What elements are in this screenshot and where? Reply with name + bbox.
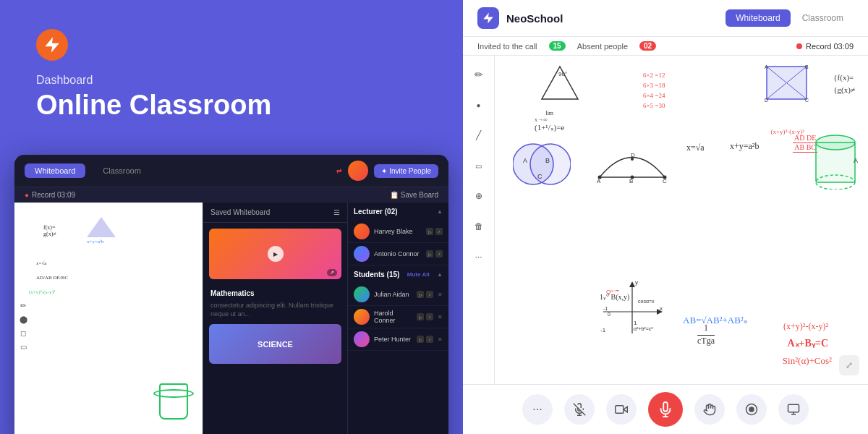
antonio-icons: ▷ ♪: [426, 250, 443, 258]
saved-whiteboard-header: Saved Whiteboard ☰: [203, 203, 347, 223]
julian-video-icon: ▷: [417, 291, 424, 298]
harvey-mic-icon: ♪: [435, 228, 443, 235]
select-tool[interactable]: ⊕: [469, 186, 489, 206]
square-expand-formula: (x+y)²-(x-y)²: [771, 128, 804, 135]
dashboard-label: Dashboard: [36, 74, 427, 87]
antonio-mic-icon: ♪: [435, 250, 443, 258]
mute-button[interactable]: [564, 394, 595, 425]
delete-tool[interactable]: 🗑: [469, 216, 489, 237]
harold-avatar: [354, 309, 370, 325]
mock-rect-icon[interactable]: ▭: [17, 341, 29, 352]
coordinate-system: -1 1 x y -1 0 cosα=x α²+b²=c² Qⁿ⁻ᵐ: [596, 276, 668, 341]
logo-icon: [36, 29, 68, 61]
participant-harold: Harold Conner ▷ ♪ ✕: [348, 306, 448, 328]
invited-count-badge: 15: [549, 41, 566, 51]
square-formula-bottom: (x+y)²-(x-y)²: [783, 321, 828, 332]
neo-whiteboard-canvas[interactable]: 90° 6×2 =12 6×3 =18 6×4 =24 6×5 =30 A B …: [495, 56, 868, 384]
science-thumbnail[interactable]: SCIENCE: [209, 324, 341, 364]
mock-topbar: Whiteboard Classroom ⇄ ✦ Invite People: [14, 155, 448, 187]
mock-left-toolbar: ✏ ⬤ ◻ ▭: [14, 297, 32, 355]
line-tool[interactable]: ╱: [469, 125, 489, 145]
peter-video-icon: ▷: [417, 336, 424, 343]
participant-julian: Julian Aidan ▷ ♪ ✕: [348, 284, 448, 306]
more-tools[interactable]: ···: [469, 247, 489, 267]
svg-text:-1: -1: [600, 327, 606, 333]
absent-label: Absent people: [577, 42, 628, 51]
mock-record-bar: ●Record 03:09 📋 Save Board: [14, 187, 448, 203]
mock-circle-icon[interactable]: ⬤: [17, 313, 29, 325]
harvey-icons: ▷ ♪: [426, 228, 443, 235]
svg-point-24: [816, 135, 855, 150]
neo-bottom-toolbar: ···: [463, 384, 868, 434]
svg-rect-43: [616, 406, 624, 414]
svg-text:C: C: [663, 178, 667, 184]
venn-diagram: A B C: [513, 135, 571, 190]
neo-left-toolbar: ✏ ● ╱ ▭ ⊕ 🗑 ···: [463, 56, 495, 384]
rect-tool[interactable]: ▭: [469, 156, 489, 176]
linear-formula: Aₓ+Bᵧ=C: [787, 337, 828, 349]
svg-point-22: [631, 158, 634, 161]
neo-tabs: Whiteboard Classroom: [726, 9, 854, 27]
mock-whiteboard-preview: ✏ ⬤ ◻ ▭ f(x)= g(x)≠ x+y=a²b x=√a AD/AB D…: [14, 203, 203, 434]
record-time: Record 03:09: [806, 42, 854, 51]
neo-app-title: NeoSchool: [506, 12, 563, 25]
peter-avatar: [354, 331, 370, 347]
more-options-button[interactable]: ···: [522, 394, 553, 425]
svg-text:x: x: [660, 305, 663, 312]
hand-raise-button[interactable]: [694, 394, 725, 425]
xy-formula: x+y=a²b: [730, 141, 759, 152]
participant-harvey: Harvey Blake ▷ ♪: [348, 221, 448, 243]
julian-mic-icon: ♪: [426, 291, 433, 298]
julian-icons: ▷ ♪: [417, 291, 433, 298]
harold-remove-icon[interactable]: ✕: [438, 314, 443, 320]
screen-share-button[interactable]: [778, 394, 809, 425]
function-notation: {f(x)= {g(x)≠: [833, 72, 855, 96]
svg-text:D: D: [765, 98, 768, 103]
peter-icons: ▷ ♪: [417, 336, 433, 343]
mute-all-button[interactable]: Mute All: [407, 271, 430, 278]
svg-text:cosα=x: cosα=x: [638, 299, 655, 304]
harold-name: Harold Conner: [374, 310, 412, 324]
harvey-video-icon: ▷: [426, 228, 433, 235]
math-desc: consectetur adipiscing elit. Nullam tris…: [203, 302, 347, 318]
sqrt-formula: x=√a: [686, 142, 705, 153]
cylinder-shape: A: [810, 128, 861, 190]
harvey-name: Harvey Blake: [374, 228, 422, 235]
mock-participants-panel: Lecturer (02) ▲ Harvey Blake ▷ ♪ Antonio…: [347, 203, 448, 434]
nm-formula: 1ᵧ° B(x,y): [600, 293, 629, 301]
absent-count-badge: 02: [639, 41, 656, 51]
peter-remove-icon[interactable]: ✕: [438, 336, 443, 343]
mock-erase-icon[interactable]: ◻: [17, 327, 29, 339]
expand-button[interactable]: ⤢: [839, 355, 859, 375]
neo-tab-whiteboard[interactable]: Whiteboard: [726, 9, 790, 27]
svg-text:C: C: [537, 173, 542, 180]
antonio-avatar: [354, 246, 370, 262]
mock-sidebar: Saved Whiteboard ☰ ▶ ↗ Mathematics conse…: [203, 203, 347, 434]
play-button-icon[interactable]: ▶: [268, 246, 284, 262]
record-info: Record 03:09: [796, 42, 854, 51]
harvey-avatar: [354, 224, 370, 239]
neo-info-bar: Invited to the call 15 Absent people 02 …: [463, 37, 868, 56]
mock-app-window: Whiteboard Classroom ⇄ ✦ Invite People ●…: [14, 155, 448, 434]
record-button[interactable]: [736, 394, 767, 425]
julian-remove-icon[interactable]: ✕: [438, 292, 443, 298]
ab-formula: AB=√AB²+AB²ₐ: [683, 315, 747, 326]
mock-tab-classroom[interactable]: Classroom: [93, 163, 151, 178]
svg-rect-48: [788, 404, 799, 412]
svg-text:A: A: [523, 157, 527, 164]
saved-whiteboard-thumbnail[interactable]: ▶ ↗: [209, 229, 341, 279]
right-panel: NeoSchool Whiteboard Classroom Invited t…: [463, 0, 868, 434]
neo-main-area: ✏ ● ╱ ▭ ⊕ 🗑 ··· 90° 6×2 =12 6×3 =18 6×4 …: [463, 56, 868, 384]
camera-button[interactable]: [606, 394, 637, 425]
mic-active-button[interactable]: [648, 392, 683, 427]
harold-mic-icon: ♪: [426, 313, 433, 320]
main-title: Online Classroom: [36, 90, 427, 121]
ctga-formula: 1 cTga: [697, 323, 715, 346]
mock-tab-whiteboard[interactable]: Whiteboard: [25, 163, 85, 178]
pencil-tool[interactable]: ✏: [469, 64, 489, 85]
svg-text:y: y: [635, 279, 638, 286]
mock-invite-button[interactable]: ✦ Invite People: [374, 164, 438, 178]
neo-tab-classroom[interactable]: Classroom: [792, 9, 854, 27]
circle-tool[interactable]: ●: [469, 95, 489, 115]
mock-pencil-icon[interactable]: ✏: [17, 299, 29, 311]
